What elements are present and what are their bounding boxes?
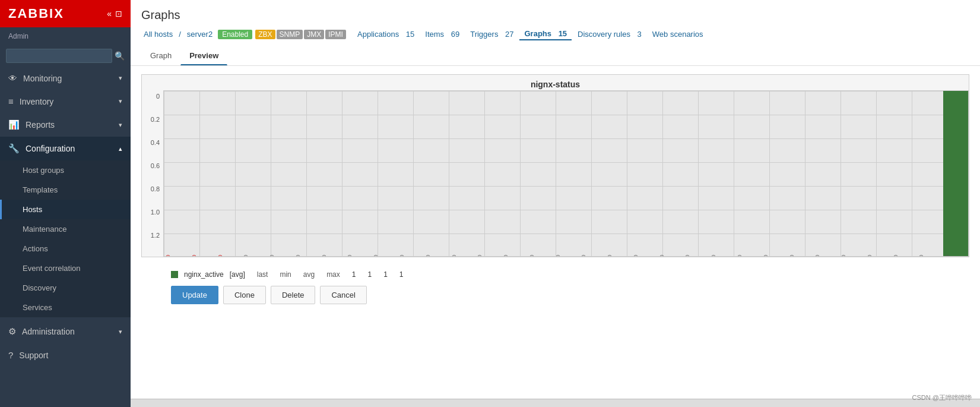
x-label: 03:40 [737, 255, 743, 256]
breadcrumb-sep: / [176, 29, 183, 40]
sidebar-item-configuration[interactable]: 🔧 Configuration ▴ [0, 137, 131, 160]
clone-button[interactable]: Clone [223, 286, 266, 304]
reports-arrow: ▾ [119, 121, 122, 129]
x-label: 03:26 [555, 255, 561, 256]
configuration-icon: 🔧 [8, 143, 20, 154]
sidebar-sub-hosts[interactable]: Hosts [0, 200, 131, 219]
nav-section: 👁 Monitoring ▾ ≡ Inventory ▾ 📊 Reports ▾… [0, 67, 131, 367]
x-label: 03:04 [269, 255, 275, 256]
discovery-label: Discovery [23, 283, 56, 292]
x-label: 03:08 [321, 255, 327, 256]
sidebar-user: Admin [0, 27, 131, 45]
server2-link[interactable]: server2 [185, 29, 215, 40]
legend-cols: last min avg max [257, 270, 340, 279]
applications-tab-link[interactable]: Applications 15 [353, 29, 419, 40]
breadcrumb: All hosts / server2 Enabled ZBX SNMP JMX… [141, 28, 969, 40]
y-label-02: 0.2 [145, 116, 160, 123]
bottom-scrollbar[interactable] [131, 399, 980, 407]
tab-graph[interactable]: Graph [141, 46, 180, 65]
sidebar-item-reports[interactable]: 📊 Reports ▾ [0, 113, 131, 137]
x-label: 03:56 [944, 255, 950, 256]
delete-button[interactable]: Delete [271, 286, 316, 304]
templates-label: Templates [23, 185, 58, 194]
inventory-icon: ≡ [8, 96, 14, 106]
collapse-icon[interactable]: « [107, 9, 112, 18]
x-label: 03:36 [684, 255, 690, 256]
sidebar-item-administration-label: Administration [22, 327, 75, 336]
sidebar-sub-event-correlation[interactable]: Event correlation [0, 258, 131, 278]
legend-last-header: last [257, 270, 268, 279]
x-label: 03:22 [503, 255, 509, 256]
sidebar-sub-actions[interactable]: Actions [0, 239, 131, 258]
x-label: 03:00 [217, 255, 223, 256]
configuration-arrow: ▴ [119, 145, 122, 153]
y-label-12: 1.2 [145, 232, 160, 239]
watermark: CSDN @王哗哗哗哗 [912, 393, 972, 402]
x-label: 03:46 [814, 255, 820, 256]
triggers-tab-link[interactable]: Triggers 27 [465, 29, 518, 40]
x-label: 03:02 [243, 255, 249, 256]
sidebar-item-monitoring[interactable]: 👁 Monitoring ▾ [0, 67, 131, 90]
administration-arrow: ▾ [119, 328, 122, 336]
zbx-badge: ZBX [255, 30, 275, 39]
legend-min-val: 1 [367, 270, 372, 279]
x-label: 05-02 [165, 255, 171, 256]
sidebar-logo: ZABBIX « ⊡ [0, 0, 131, 27]
event-correlation-label: Event correlation [23, 264, 81, 273]
logo-icons: « ⊡ [107, 9, 122, 18]
sidebar-sub-maintenance[interactable]: Maintenance [0, 219, 131, 239]
inventory-arrow: ▾ [119, 97, 122, 105]
graph-x-axis: 05-0202:5803:0003:0203:0403:0603:0803:10… [164, 226, 968, 256]
y-label-00: 0 [145, 93, 160, 100]
sidebar-sub-host-groups[interactable]: Host groups [0, 160, 131, 180]
search-icon[interactable]: 🔍 [115, 51, 125, 61]
sidebar-search-bar: 🔍 [0, 45, 131, 67]
sidebar-sub-discovery[interactable]: Discovery [0, 278, 131, 298]
legend-avg-val: 1 [383, 270, 388, 279]
sidebar-item-inventory-label: Inventory [20, 97, 54, 106]
sidebar-sub-services[interactable]: Services [0, 298, 131, 317]
host-groups-label: Host groups [23, 166, 64, 175]
page-content: nignx-status 1.2 1.0 0.8 0.6 0.4 0.2 0 0… [131, 66, 980, 399]
update-button[interactable]: Update [171, 286, 218, 304]
enabled-badge: Enabled [218, 30, 252, 39]
x-label: 03:52 [893, 255, 899, 256]
x-label: 03:50 [867, 255, 873, 256]
sidebar: ZABBIX « ⊡ Admin 🔍 👁 Monitoring ▾ ≡ Inve… [0, 0, 131, 407]
legend-color-box [171, 271, 178, 278]
x-label: 03:32 [633, 255, 639, 256]
x-label: 03:30 [607, 255, 613, 256]
graphs-tab-link[interactable]: Graphs 15 [519, 28, 572, 40]
x-label: 03:38 [711, 255, 716, 256]
web-scenarios-tab-link[interactable]: Web scenarios [648, 29, 708, 40]
x-label: 03:28 [581, 255, 586, 256]
x-label: 03:20 [477, 255, 483, 256]
discovery-rules-tab-link[interactable]: Discovery rules 3 [573, 29, 646, 40]
sidebar-item-support-label: Support [19, 351, 48, 360]
expand-icon[interactable]: ⊡ [115, 9, 122, 18]
sidebar-item-inventory[interactable]: ≡ Inventory ▾ [0, 90, 131, 113]
sidebar-item-administration[interactable]: ⚙ Administration ▾ [0, 320, 131, 343]
sidebar-item-support[interactable]: ? Support [0, 343, 131, 367]
sidebar-item-configuration-label: Configuration [26, 144, 75, 153]
legend-series-name: nginx_active [184, 270, 224, 279]
all-hosts-link[interactable]: All hosts [141, 29, 175, 40]
hosts-label: Hosts [23, 205, 42, 214]
y-label-10: 1.0 [145, 209, 160, 216]
support-icon: ? [8, 350, 13, 360]
x-label: 03:12 [373, 255, 379, 256]
y-label-04: 0.4 [145, 139, 160, 146]
legend-last-val: 1 [352, 270, 356, 279]
tab-preview[interactable]: Preview [180, 46, 227, 65]
x-label: 03:10 [347, 255, 353, 256]
snmp-badge: SNMP [277, 30, 303, 39]
sidebar-sub-templates[interactable]: Templates [0, 180, 131, 200]
x-label: 03:06 [295, 255, 301, 256]
x-label: 02:58 [191, 255, 197, 256]
sidebar-item-reports-label: Reports [26, 120, 55, 130]
cancel-button[interactable]: Cancel [320, 286, 366, 304]
items-tab-link[interactable]: Items 69 [420, 29, 464, 40]
legend-row: nginx_active [avg] last min avg max 1 1 … [141, 266, 969, 282]
search-input[interactable] [6, 49, 112, 63]
sub-tabs: Graph Preview [141, 46, 969, 65]
